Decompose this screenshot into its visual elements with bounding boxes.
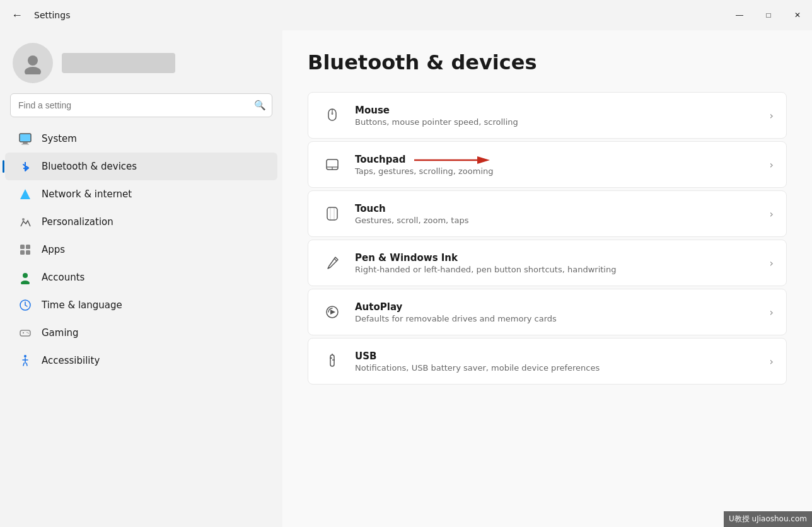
svg-point-6 (22, 218, 25, 221)
sidebar-item-accessibility[interactable]: Accessibility (5, 347, 277, 374)
svg-point-0 (28, 55, 38, 66)
sidebar-item-label-network: Network & internet (42, 188, 132, 200)
svg-rect-10 (26, 250, 30, 255)
red-arrow-annotation (414, 154, 490, 166)
card-text-usb: USBNotifications, USB battery saver, mob… (355, 350, 758, 373)
svg-rect-8 (26, 245, 30, 249)
svg-point-17 (26, 332, 28, 333)
card-text-mouse: MouseButtons, mouse pointer speed, scrol… (355, 105, 758, 127)
sidebar-item-time[interactable]: Time & language (5, 291, 277, 319)
touchpad-icon (321, 153, 344, 176)
card-desc-autoplay: Defaults for removable drives and memory… (355, 314, 758, 323)
svg-rect-28 (327, 207, 337, 220)
personalization-icon (18, 214, 33, 229)
settings-card-touch[interactable]: TouchGestures, scroll, zoom, taps› (308, 190, 787, 237)
card-text-touchpad: Touchpad Taps, gestures, scrolling, zoom… (355, 154, 758, 176)
sidebar-item-network[interactable]: Network & internet (5, 180, 277, 208)
svg-rect-7 (20, 245, 25, 249)
search-box: 🔍 (10, 93, 272, 117)
search-icon: 🔍 (254, 100, 266, 111)
sidebar-item-bluetooth[interactable]: Bluetooth & devices (5, 153, 277, 180)
card-desc-pen: Right-handed or left-handed, pen button … (355, 265, 758, 274)
page-title: Bluetooth & devices (308, 50, 787, 74)
watermark: U教授 uJiaoshou.com (724, 511, 812, 527)
svg-rect-33 (330, 355, 334, 366)
user-section (0, 30, 282, 93)
svg-point-19 (24, 355, 26, 357)
accounts-icon (18, 270, 33, 285)
window-controls: — □ ✕ (725, 5, 812, 25)
user-name-placeholder (62, 53, 175, 73)
svg-rect-3 (23, 142, 28, 144)
card-desc-usb: Notifications, USB battery saver, mobile… (355, 363, 758, 373)
title-bar: ← Settings — □ ✕ (0, 0, 812, 30)
card-desc-touch: Gestures, scroll, zoom, taps (355, 216, 758, 225)
card-chevron-usb: › (770, 356, 774, 368)
card-text-autoplay: AutoPlayDefaults for removable drives an… (355, 301, 758, 323)
sidebar-item-label-system: System (42, 133, 77, 144)
svg-point-18 (28, 333, 29, 334)
sidebar-item-system[interactable]: System (5, 125, 277, 153)
card-title-touch: Touch (355, 203, 386, 214)
svg-rect-2 (20, 134, 31, 142)
svg-point-1 (25, 67, 41, 74)
svg-rect-4 (21, 144, 29, 145)
minimize-button[interactable]: — (725, 5, 754, 25)
sidebar-item-label-time: Time & language (42, 299, 122, 311)
pen-icon (321, 252, 344, 274)
user-icon (21, 52, 44, 74)
back-button[interactable]: ← (8, 6, 26, 25)
card-chevron-touchpad: › (770, 159, 774, 171)
svg-line-31 (334, 258, 337, 261)
sidebar-item-gaming[interactable]: Gaming (5, 319, 277, 347)
usb-icon (321, 350, 344, 373)
apps-icon (18, 242, 33, 257)
sidebar-item-label-apps: Apps (42, 244, 65, 255)
main-layout: 🔍 SystemBluetooth & devicesNetwork & int… (0, 30, 812, 527)
mouse-icon (321, 104, 344, 127)
card-chevron-touch: › (770, 208, 774, 220)
time-icon (18, 298, 33, 313)
content-area: Bluetooth & devices MouseButtons, mouse … (282, 30, 812, 527)
sidebar-item-label-accounts: Accounts (42, 272, 84, 283)
sidebar-item-label-bluetooth: Bluetooth & devices (42, 161, 137, 172)
autoplay-icon (321, 301, 344, 323)
sidebar-item-personalization[interactable]: Personalization (5, 208, 277, 236)
network-icon (18, 187, 33, 202)
sidebar-item-label-personalization: Personalization (42, 216, 113, 228)
maximize-button[interactable]: □ (754, 5, 783, 25)
settings-card-autoplay[interactable]: AutoPlayDefaults for removable drives an… (308, 289, 787, 335)
svg-rect-9 (20, 250, 25, 255)
settings-card-usb[interactable]: USBNotifications, USB battery saver, mob… (308, 338, 787, 385)
gaming-icon (18, 325, 33, 340)
settings-card-touchpad[interactable]: Touchpad Taps, gestures, scrolling, zoom… (308, 141, 787, 188)
card-text-pen: Pen & Windows InkRight-handed or left-ha… (355, 252, 758, 274)
svg-marker-5 (20, 189, 30, 199)
search-input[interactable] (10, 93, 272, 117)
card-title-pen: Pen & Windows Ink (355, 252, 458, 264)
sidebar-item-label-accessibility: Accessibility (42, 355, 100, 366)
settings-list: MouseButtons, mouse pointer speed, scrol… (308, 92, 787, 385)
settings-card-pen[interactable]: Pen & Windows InkRight-handed or left-ha… (308, 240, 787, 286)
card-desc-touchpad: Taps, gestures, scrolling, zooming (355, 166, 758, 176)
sidebar-item-accounts[interactable]: Accounts (5, 264, 277, 291)
close-button[interactable]: ✕ (783, 5, 812, 25)
sidebar-item-label-gaming: Gaming (42, 327, 79, 339)
app-title: Settings (34, 10, 70, 20)
card-chevron-pen: › (770, 257, 774, 269)
sidebar-item-apps[interactable]: Apps (5, 236, 277, 264)
card-title-touchpad: Touchpad (355, 154, 405, 165)
bluetooth-icon (18, 159, 33, 174)
sidebar: 🔍 SystemBluetooth & devicesNetwork & int… (0, 30, 282, 527)
card-title-usb: USB (355, 350, 376, 362)
card-chevron-autoplay: › (770, 306, 774, 318)
settings-card-mouse[interactable]: MouseButtons, mouse pointer speed, scrol… (308, 92, 787, 139)
card-chevron-mouse: › (770, 110, 774, 122)
sidebar-nav: SystemBluetooth & devicesNetwork & inter… (0, 125, 282, 374)
touch-icon (321, 202, 344, 225)
system-icon (18, 131, 33, 146)
card-title-autoplay: AutoPlay (355, 301, 402, 313)
avatar (13, 43, 53, 83)
svg-point-11 (23, 273, 28, 278)
svg-point-12 (21, 281, 30, 284)
